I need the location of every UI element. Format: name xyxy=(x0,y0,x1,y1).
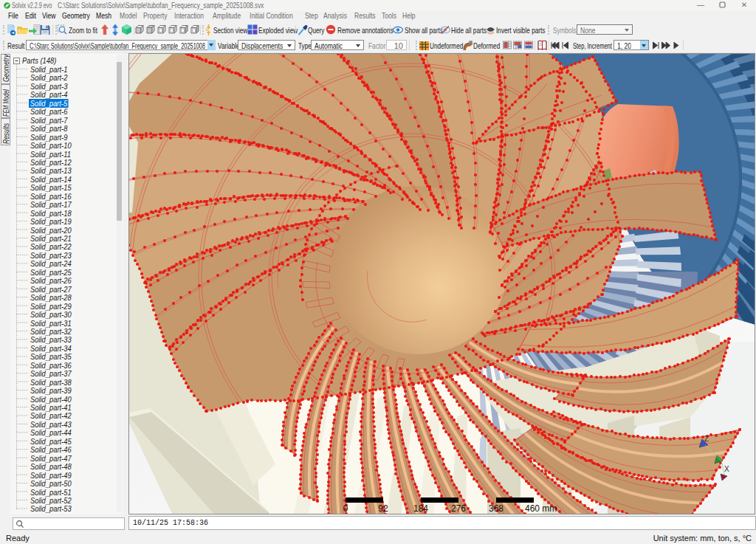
svg-text:X: X xyxy=(724,465,729,473)
svg-text:92: 92 xyxy=(378,503,388,514)
svg-text:276: 276 xyxy=(451,503,466,514)
svg-text:368: 368 xyxy=(489,503,504,514)
svg-text:460 mm: 460 mm xyxy=(525,503,557,514)
svg-text:184: 184 xyxy=(413,503,428,514)
svg-text:0: 0 xyxy=(343,503,348,514)
svg-text:Z: Z xyxy=(704,435,709,443)
